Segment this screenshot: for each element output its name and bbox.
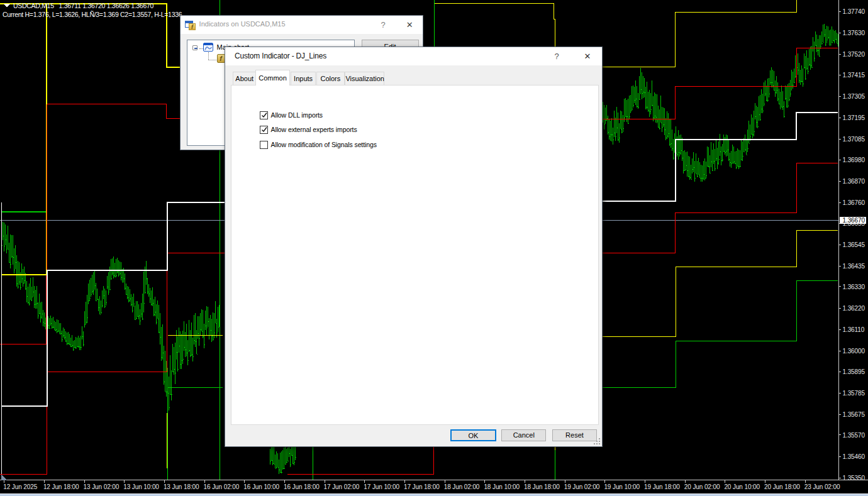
svg-text:16 Jun 02:00: 16 Jun 02:00 [204,483,240,490]
svg-text:1.36870: 1.36870 [843,178,865,185]
svg-text:19 Jun 02:00: 19 Jun 02:00 [564,483,600,490]
svg-text:1.36330: 1.36330 [843,284,865,290]
svg-text:17 Jun 10:00: 17 Jun 10:00 [364,483,399,490]
svg-text:18 Jun 18:00: 18 Jun 18:00 [524,483,560,490]
svg-text:18 Jun 02:00: 18 Jun 02:00 [444,483,480,490]
svg-text:1.35675: 1.35675 [843,411,865,418]
svg-text:19 Jun 10:00: 19 Jun 10:00 [604,483,640,490]
svg-text:1.37085: 1.37085 [843,136,865,143]
svg-text:1.36220: 1.36220 [843,305,865,312]
svg-text:1.35895: 1.35895 [843,368,865,375]
svg-text:20 Jun 02:00: 20 Jun 02:00 [684,483,720,490]
svg-text:12 Jun 2025: 12 Jun 2025 [3,483,37,490]
svg-text:13 Jun 10:00: 13 Jun 10:00 [123,483,159,490]
svg-text:20 Jun 18:00: 20 Jun 18:00 [764,483,800,490]
svg-text:1.35785: 1.35785 [843,390,865,397]
svg-text:16 Jun 18:00: 16 Jun 18:00 [284,483,320,490]
svg-text:1.36980: 1.36980 [843,157,865,163]
svg-text:1.37520: 1.37520 [843,51,865,58]
svg-text:USDCAD,M15 1.36711 1.36720 1: USDCAD,M15 1.36711 1.36720 1.36626 1.366… [13,2,153,9]
svg-text:12 Jun 18:00: 12 Jun 18:00 [43,483,79,490]
svg-text:1.35350: 1.35350 [843,475,865,482]
svg-text:17 Jun 18:00: 17 Jun 18:00 [404,483,440,490]
svg-text:1.36435: 1.36435 [843,263,865,270]
svg-text:1.36545: 1.36545 [843,241,865,248]
svg-text:1.36110: 1.36110 [843,326,865,333]
svg-text:13 Jun 18:00: 13 Jun 18:00 [164,483,199,490]
svg-text:18 Jun 10:00: 18 Jun 10:00 [484,483,520,490]
svg-text:1.36670: 1.36670 [843,217,865,224]
svg-text:1.35460: 1.35460 [843,453,865,460]
svg-text:1.37740: 1.37740 [843,8,865,15]
svg-text:20 Jun 10:00: 20 Jun 10:00 [724,483,760,490]
svg-text:23 Jun 02:00: 23 Jun 02:00 [804,483,840,490]
svg-text:Current H=1.376, L=1.3626, HLÑ: Current H=1.376, L=1.3626, HLÑ/3=1.369 C… [3,11,182,18]
svg-text:1.37195: 1.37195 [843,114,865,121]
svg-text:13 Jun 02:00: 13 Jun 02:00 [84,483,120,490]
svg-text:17 Jun 02:00: 17 Jun 02:00 [324,483,360,490]
svg-text:1.37415: 1.37415 [843,72,865,79]
svg-text:1.37630: 1.37630 [843,30,865,36]
svg-text:16 Jun 10:00: 16 Jun 10:00 [243,483,279,490]
svg-text:1.37305: 1.37305 [843,93,865,100]
svg-text:1.35570: 1.35570 [843,432,865,439]
svg-text:1.36760: 1.36760 [843,199,865,206]
svg-text:1.36000: 1.36000 [843,348,865,355]
svg-text:19 Jun 18:00: 19 Jun 18:00 [644,483,680,490]
